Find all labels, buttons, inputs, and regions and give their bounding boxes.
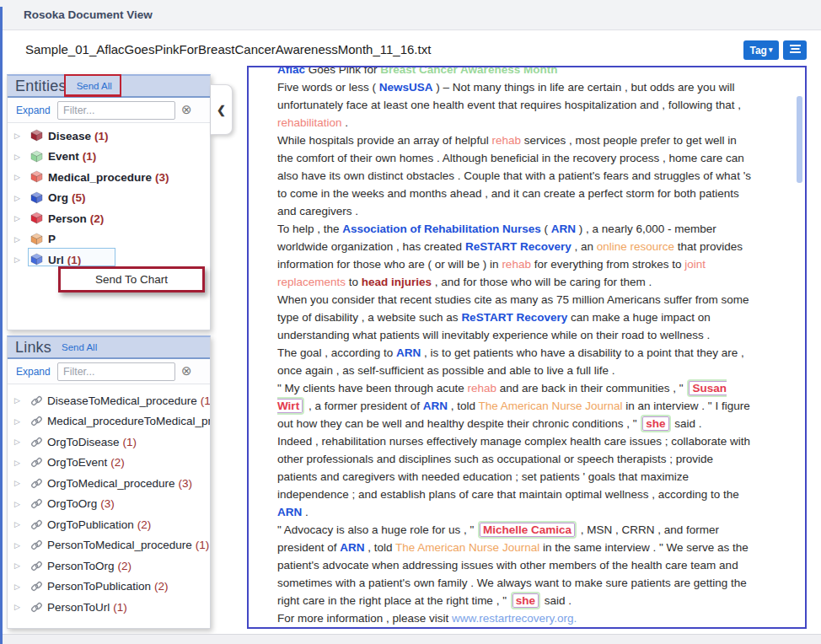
links-header: Links Send All (8, 337, 210, 359)
document-scrollbar-thumb[interactable] (797, 96, 802, 183)
link-tree-item[interactable]: ▷ OrgToMedical_procedure (3) (8, 474, 210, 492)
entity-name: P (48, 233, 56, 245)
expand-arrow-icon[interactable]: ▷ (14, 214, 23, 223)
link-chain-icon (30, 601, 43, 614)
entity-tree-item-org[interactable]: ▷ Org (5) (8, 189, 210, 207)
link-tree-item[interactable]: ▷ OrgToPublication (2) (8, 515, 210, 534)
expand-arrow-icon[interactable]: ▷ (14, 153, 23, 161)
link-name: Medical_procedureToMedical_procedure (47, 415, 210, 427)
entities-expand-link[interactable]: Expand (16, 105, 51, 116)
entity-tree-item-medical-procedure[interactable]: ▷ Medical_procedure (3) (8, 168, 210, 186)
entity-count: (1) (94, 130, 109, 142)
entity-name: Person (48, 212, 87, 225)
expand-arrow-icon[interactable]: ▷ (14, 173, 23, 181)
link-tree-item[interactable]: ▷ Medical_procedureToMedical_procedure (8, 412, 210, 431)
document-text: for everything from strokes to (531, 258, 684, 271)
entity-highlight-org[interactable]: ARN (423, 400, 448, 412)
link-count: (1) (123, 436, 137, 448)
entity-highlight-person[interactable]: Michelle Camica (480, 523, 575, 537)
entity-highlight-medproc[interactable]: rehab (502, 258, 531, 271)
link-tree-item[interactable]: ▷ OrgToDisease (1) (8, 432, 210, 451)
entity-tree-item-disease[interactable]: ▷ Disease (1) (8, 126, 210, 145)
entity-tree-item-event[interactable]: ▷ Event (1) (8, 148, 210, 166)
link-count: (2) (110, 456, 125, 469)
link-chain-icon (30, 436, 43, 448)
entity-highlight-medproc[interactable]: rehab (467, 382, 496, 394)
expand-arrow-icon[interactable]: ▷ (14, 479, 23, 487)
entity-highlight-org[interactable]: ARN (277, 506, 302, 518)
links-expand-link[interactable]: Expand (16, 366, 51, 378)
link-tree-item[interactable]: ▷ PersonToUrl (1) (8, 598, 210, 616)
link-count: (2) (137, 518, 152, 531)
entity-highlight-pub[interactable]: The American Nurse Journal (395, 541, 539, 554)
entity-tree-item-person[interactable]: ▷ Person (2) (8, 209, 210, 228)
view-options-button[interactable] (783, 40, 807, 60)
expand-arrow-icon[interactable]: ▷ (14, 417, 23, 426)
entity-highlight-medproc[interactable]: rehabilitation (277, 116, 342, 129)
document-paragraph: When you consider that recent studies ci… (277, 291, 753, 344)
entity-highlight-org[interactable]: ARN (396, 346, 421, 359)
entity-highlight-org[interactable]: Association of Rehabilitation Nurses (342, 223, 541, 235)
entity-highlight-person[interactable]: she (642, 416, 668, 431)
entity-name: Medical_procedure (48, 171, 152, 184)
entity-highlight-pub[interactable]: The American Nurse Journal (478, 400, 622, 412)
expand-arrow-icon[interactable]: ▷ (14, 500, 23, 508)
expand-arrow-icon[interactable]: ▷ (14, 437, 23, 446)
document-text: " Advocacy is also a huge role for us , … (277, 523, 477, 536)
tag-button[interactable]: Tag▾ (743, 40, 779, 60)
link-tree-item[interactable]: ▷ PersonToOrg (2) (8, 556, 210, 575)
expand-arrow-icon[interactable]: ▷ (14, 194, 23, 202)
expand-arrow-icon[interactable]: ▷ (14, 255, 23, 264)
entity-highlight-org[interactable]: ReSTART Recovery (461, 311, 567, 324)
entity-name: Event (48, 150, 79, 163)
expand-arrow-icon[interactable]: ▷ (14, 603, 23, 611)
entity-tree-item-publication[interactable]: ▷ P (8, 230, 210, 249)
entity-count: (5) (72, 191, 86, 204)
entity-highlight-person[interactable]: she (512, 593, 539, 608)
link-chain-icon (30, 560, 43, 572)
window-bottom-edge (3, 634, 821, 644)
entity-highlight-medproc[interactable]: rehab (491, 134, 521, 147)
entity-highlight-disease[interactable]: head injuries (362, 276, 432, 288)
entity-highlight-org[interactable]: ARN (340, 541, 364, 554)
entity-highlight-url[interactable]: www.restartrecovery.org. (452, 612, 577, 625)
collapse-sidebar-tab[interactable]: ❮ (211, 84, 233, 135)
link-tree-item[interactable]: ▷ DiseaseToMedical_procedure (1) (8, 391, 210, 410)
expand-arrow-icon[interactable]: ▷ (14, 396, 23, 405)
entities-clear-filter-button[interactable]: ⊗ (181, 103, 192, 115)
entities-title: Entities (15, 78, 67, 95)
entity-highlight-pub[interactable]: online resource (597, 240, 674, 253)
link-chain-icon (30, 580, 43, 593)
entity-highlight-org[interactable]: ARN (551, 223, 576, 235)
link-tree-item[interactable]: ▷ PersonToMedical_procedure (1) (8, 536, 210, 555)
expand-arrow-icon[interactable]: ▷ (14, 459, 23, 467)
window-left-edge (0, 7, 3, 644)
expand-arrow-icon[interactable]: ▷ (14, 541, 23, 550)
context-menu-item-send-to-chart[interactable]: Send To Chart (95, 273, 168, 286)
entities-send-all-link[interactable]: Send All (77, 81, 112, 91)
link-name: OrgToPublication (47, 518, 134, 531)
document-paragraph: " My clients have been through acute reh… (277, 379, 753, 432)
expand-arrow-icon[interactable]: ▷ (14, 582, 23, 591)
entity-highlight-org[interactable]: NewsUSA (379, 81, 433, 94)
link-name: OrgToEvent (47, 456, 107, 469)
links-send-all-link[interactable]: Send All (62, 342, 97, 352)
link-tree-item[interactable]: ▷ PersonToPublication (2) (8, 577, 210, 596)
caret-down-icon: ▾ (769, 46, 773, 54)
link-tree-item[interactable]: ▷ OrgToEvent (2) (8, 453, 210, 472)
document-paragraph: The goal , according to ARN , is to get … (277, 344, 753, 379)
document-text: , told (365, 541, 396, 554)
expand-arrow-icon[interactable]: ▷ (14, 520, 23, 529)
expand-arrow-icon[interactable]: ▷ (14, 131, 23, 140)
expand-arrow-icon[interactable]: ▷ (14, 561, 23, 570)
entity-highlight-org[interactable]: Aflac (277, 66, 305, 76)
links-clear-filter-button[interactable]: ⊗ (181, 364, 192, 377)
link-tree-item[interactable]: ▷ OrgToOrg (3) (8, 495, 210, 513)
links-filter-input[interactable] (57, 362, 175, 381)
expand-arrow-icon[interactable]: ▷ (14, 235, 23, 244)
entity-highlight-org[interactable]: ReSTART Recovery (465, 240, 571, 253)
entity-highlight-event[interactable]: Breast Cancer Awareness Month (380, 66, 557, 76)
entities-filter-input[interactable] (57, 101, 175, 120)
document-text: ( (541, 223, 551, 235)
link-name: OrgToDisease (47, 436, 120, 448)
